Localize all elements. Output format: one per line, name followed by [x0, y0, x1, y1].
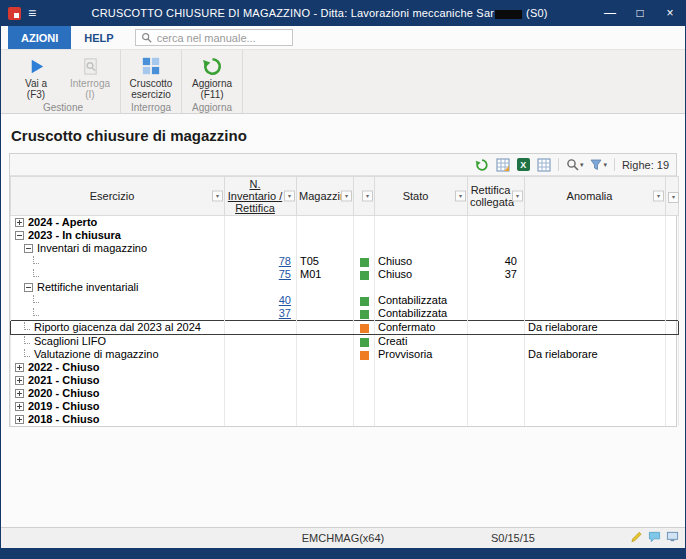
collapse-icon[interactable]: [24, 244, 33, 253]
rettifica-collegata-value: 37: [468, 268, 525, 281]
column-header-rettifica-collegata[interactable]: Rettificacollegata▾: [468, 177, 525, 216]
refresh-button[interactable]: [475, 158, 489, 172]
table-row[interactable]: 37Contabilizzata: [11, 307, 679, 321]
filter-dropdown-icon[interactable]: ▾: [341, 191, 352, 202]
inventory-link[interactable]: 37: [279, 307, 291, 319]
filler-cell: [666, 216, 679, 230]
excel-icon[interactable]: X: [517, 158, 530, 171]
manual-search-input[interactable]: [157, 32, 287, 44]
filler-cell: [666, 413, 679, 426]
column-header-esercizio[interactable]: Esercizio▾: [11, 177, 225, 216]
inventory-link[interactable]: 75: [279, 268, 291, 280]
expand-icon[interactable]: [15, 376, 24, 385]
filter-dropdown-icon[interactable]: ▾: [212, 191, 223, 202]
table-row[interactable]: 78T05Chiuso40: [11, 255, 679, 268]
inventory-link[interactable]: 78: [279, 255, 291, 267]
grid-toolbar: X ▾ ▾ Righe: 19: [10, 154, 676, 176]
table-row[interactable]: Valutazione di magazzinoProvvisoriaDa ri…: [11, 348, 679, 361]
table-row[interactable]: 2023 - In chiusura: [11, 229, 679, 242]
filler-cell: [666, 229, 679, 242]
statusbar: EMCHMAG(x64) S0/15/15: [1, 527, 685, 548]
table-row[interactable]: 2021 - Chiuso: [11, 374, 679, 387]
vai-a-button[interactable]: Vai a (F3): [9, 52, 63, 100]
column-header-anomalia[interactable]: Anomalia▾: [525, 177, 666, 216]
search-menu-button[interactable]: ▾: [566, 158, 584, 171]
filler-cell: [666, 307, 679, 321]
refresh-icon: [202, 54, 223, 78]
aggiorna-button[interactable]: Aggiorna (F11): [185, 52, 239, 100]
collapse-icon[interactable]: [24, 283, 33, 292]
inventory-link[interactable]: 40: [279, 294, 291, 306]
table-row[interactable]: 40Contabilizzata: [11, 294, 679, 307]
dashboard-icon: [141, 54, 161, 78]
column-header-chooser[interactable]: ▾: [666, 177, 679, 216]
table-row[interactable]: 2022 - Chiuso: [11, 361, 679, 374]
monitor-icon[interactable]: [666, 531, 679, 546]
window-titlebar: ≡ CRUSCOTTO CHIUSURE DI MAGAZZINO - Ditt…: [1, 0, 685, 26]
filter-dropdown-icon[interactable]: ▾: [512, 191, 523, 202]
grid-view-button[interactable]: [537, 158, 551, 172]
table-row[interactable]: Riporto giacenza dal 2023 al 2024Conferm…: [11, 321, 679, 335]
rows-count: Righe: 19: [622, 159, 669, 171]
redaction-block: [495, 10, 522, 19]
filter-dropdown-icon[interactable]: ▾: [653, 191, 664, 202]
menu-icon[interactable]: ≡: [28, 5, 36, 21]
edit-icon[interactable]: [630, 531, 643, 546]
page-title: Cruscotto chiusure di magazzino: [11, 127, 675, 144]
main-content: Cruscotto chiusure di magazzino X ▾ ▾: [1, 114, 685, 527]
stato-value: Confermato: [375, 321, 468, 335]
row-label: Scaglioni LIFO: [34, 335, 106, 348]
filter-dropdown-icon[interactable]: ▾: [284, 191, 295, 202]
filter-dropdown-icon[interactable]: ▾: [362, 191, 373, 202]
column-header-stato[interactable]: Stato▾: [375, 177, 468, 216]
close-button[interactable]: ×: [655, 0, 685, 26]
tree-elbow-icon: [33, 308, 39, 316]
tab-help[interactable]: HELP: [71, 26, 126, 49]
expand-icon[interactable]: [15, 218, 24, 227]
collapse-icon[interactable]: [15, 231, 24, 240]
table-row[interactable]: 2020 - Chiuso: [11, 387, 679, 400]
column-header-inventario[interactable]: N. Inventario /Rettifica▾: [225, 177, 297, 216]
maximize-button[interactable]: □: [625, 0, 655, 26]
table-row[interactable]: Scaglioni LIFOCreati: [11, 335, 679, 349]
closures-table: Esercizio▾N. Inventario /Rettifica▾Magaz…: [10, 176, 679, 426]
row-label: 2022 - Chiuso: [28, 361, 100, 374]
chevron-down-icon: ▾: [603, 161, 607, 168]
ribbon-tabstrip: AZIONI HELP: [1, 26, 685, 50]
column-header-stato-colore[interactable]: ▾: [354, 177, 375, 216]
manual-search-box[interactable]: [135, 29, 293, 46]
table-row[interactable]: 75M01Chiuso37: [11, 268, 679, 281]
cruscotto-esercizio-button[interactable]: Cruscotto esercizio: [124, 52, 178, 100]
status-square-green: [360, 297, 369, 306]
row-label: 2024 - Aperto: [28, 216, 97, 229]
minimize-button[interactable]: —: [595, 0, 625, 26]
row-label: Riporto giacenza dal 2023 al 2024: [34, 321, 201, 334]
chat-icon[interactable]: [648, 531, 661, 546]
ribbon-group-gestione: Vai a (F3) Interroga (I) Gestione: [6, 50, 121, 113]
filter-menu-button[interactable]: ▾: [590, 159, 607, 171]
filler-cell: [666, 335, 679, 349]
anomalia-value: Da rielaborare: [525, 321, 666, 335]
column-header-magazzino[interactable]: Magazzino▾: [297, 177, 354, 216]
expand-icon[interactable]: [15, 415, 24, 424]
export-button[interactable]: [496, 158, 510, 172]
window-title: CRUSCOTTO CHIUSURE DI MAGAZZINO - Ditta:…: [44, 7, 595, 19]
table-body: 2024 - Aperto2023 - In chiusuraInventari…: [11, 216, 679, 427]
tree-elbow-icon: [33, 295, 39, 303]
table-row[interactable]: 2019 - Chiuso: [11, 400, 679, 413]
filter-dropdown-icon[interactable]: ▾: [455, 191, 466, 202]
stato-value: Contabilizzata: [375, 294, 468, 307]
table-row[interactable]: 2024 - Aperto: [11, 216, 679, 230]
filler-cell: [666, 400, 679, 413]
stato-value: Provvisoria: [375, 348, 468, 361]
table-row[interactable]: 2018 - Chiuso: [11, 413, 679, 426]
expand-icon[interactable]: [15, 402, 24, 411]
column-chooser-button[interactable]: ▾: [668, 192, 679, 203]
table-row[interactable]: Rettifiche inventariali: [11, 281, 679, 294]
table-row[interactable]: Inventari di magazzino: [11, 242, 679, 255]
expand-icon[interactable]: [15, 389, 24, 398]
status-square-orange: [360, 324, 369, 333]
expand-icon[interactable]: [15, 363, 24, 372]
tab-azioni[interactable]: AZIONI: [8, 26, 71, 49]
button-shortcut: (F11): [200, 89, 223, 100]
